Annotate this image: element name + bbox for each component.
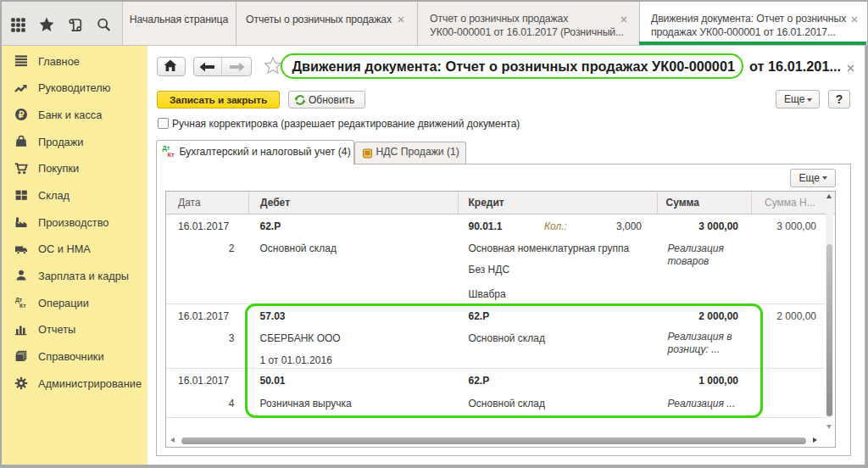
svg-text:Кт: Кт bbox=[19, 303, 26, 309]
svg-text:₽: ₽ bbox=[19, 109, 25, 120]
